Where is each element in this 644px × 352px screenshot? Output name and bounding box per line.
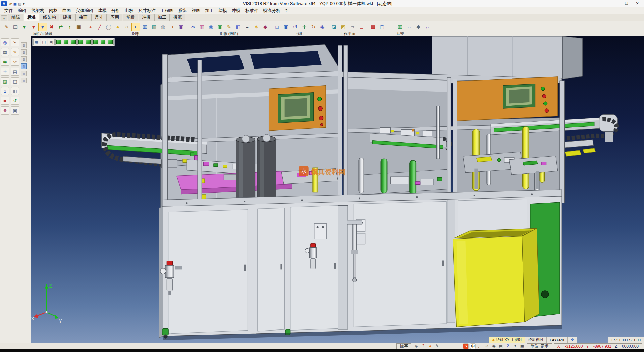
iso-view-cube-4[interactable] [77,39,84,45]
move-icon[interactable]: ✛ [1,68,9,76]
os-taskbar[interactable] [0,349,644,352]
attr-copy-icon[interactable]: ▣ [74,23,83,31]
ime-emoji-icon[interactable]: ☺ [484,343,490,349]
cut-icon[interactable]: ✂ [11,38,19,46]
hidden-line-icon[interactable]: ▣ [48,39,55,45]
machine-3d-model[interactable]: 水 模具资料网 Z X Y [31,36,644,343]
swap-filter-icon[interactable]: ⇄ [56,23,65,31]
display-icon[interactable]: ▢ [378,23,386,31]
wireframe-mode-icon[interactable]: ▢ [41,39,47,45]
tab-dimension[interactable]: 尺寸 [91,14,107,21]
iso-view-cube-2[interactable] [63,39,69,45]
film-icon[interactable]: ▥ [198,23,206,31]
close-button[interactable]: ✕ [632,0,643,7]
bulb-on-icon[interactable]: ● [113,23,122,31]
sheet-icon[interactable]: ▤ [11,68,19,76]
pen-icon[interactable]: ✎ [434,343,440,349]
measure-icon[interactable]: ≍ [1,97,9,105]
help-icon[interactable]: ? [420,343,426,349]
sphere-icon[interactable]: ◍ [159,23,167,31]
iso-view-cube-8[interactable] [107,39,114,45]
iso-view-cube-3[interactable] [70,39,77,45]
menu-item[interactable]: 分析 [109,7,122,14]
filter-edit-icon[interactable]: ▼ [38,23,47,31]
menu-item[interactable]: 电极 [122,7,136,14]
print-attr-icon[interactable]: ▤ [11,23,20,31]
menu-item[interactable]: 建模 [96,7,109,14]
measure-sys-icon[interactable]: ↔ [423,23,432,31]
menu-item[interactable]: 曲面 [60,7,73,14]
filter-remove-icon[interactable]: ▼ [29,23,38,31]
stereo-icon[interactable]: ∞ [189,23,197,31]
menu-item[interactable]: 冲模 [229,7,243,14]
zoom-window-icon[interactable]: □ [273,23,281,31]
zoom-previous-icon[interactable]: ↺ [291,23,300,31]
menu-item[interactable]: 系统 [176,7,189,14]
ime-keyboard-icon[interactable]: ▤ [498,343,504,349]
export-icon[interactable]: ▣ [11,106,19,115]
tab-dropdown-button[interactable]: ▾ [1,15,7,21]
workplane-edit-icon[interactable]: ◩ [339,23,347,31]
point-icon[interactable]: + [86,23,95,31]
qat-save-icon[interactable]: ▣ [13,1,16,6]
menu-item[interactable]: 塑模 [216,7,229,14]
swap-icon[interactable]: ⇆ [1,58,9,66]
note-icon[interactable]: ✑ [11,58,19,66]
tab-edit[interactable]: 编辑 [8,14,23,21]
menu-item[interactable]: 线架构 [29,7,47,14]
iso-view-cube-6[interactable] [92,39,99,45]
bulb-off-icon[interactable]: ○ [122,23,131,31]
shadow-icon[interactable]: ◒ [243,23,252,31]
tab-application[interactable]: 应用 [107,14,122,21]
menu-item[interactable]: 编辑 [15,7,29,14]
doc-mini-3[interactable]: ▯ [21,56,27,62]
photo-icon[interactable]: ▣ [216,23,224,31]
workplane-new-icon[interactable]: ◪ [330,23,338,31]
camera-icon[interactable]: ◉ [207,23,215,31]
attribute-icon[interactable]: ✎ [2,23,11,31]
tab-moldflow[interactable]: 模流 [170,14,185,21]
rotate-view-icon[interactable]: ↻ [309,23,318,31]
light-icon[interactable]: ✶ [252,23,261,31]
circle-icon[interactable]: ◯ [104,23,113,31]
menu-item[interactable]: 标准件 [243,7,261,14]
tab-modeling[interactable]: 建模 [60,14,75,21]
workplane-align-icon[interactable]: ▱ [348,23,357,31]
layer-color-button[interactable]: ❖ [567,337,577,343]
shading-icon[interactable]: ◐ [131,23,140,31]
filter-add-icon[interactable]: ▼ [20,23,29,31]
line-icon[interactable]: ╱ [95,23,104,31]
minimize-button[interactable]: ─ [610,0,621,7]
view-selector[interactable]: ◆ 绝对 XY 主视图 [489,337,525,343]
layer-up-icon[interactable]: ↑ [65,23,74,31]
doc-mini-2[interactable]: ▯ [21,49,27,55]
qat-print-icon[interactable]: ▤ [18,1,21,6]
menu-item[interactable]: 尺寸标注 [136,7,158,14]
menu-item[interactable]: 实体编辑 [73,7,96,14]
shade-mode-icon[interactable]: ▦ [33,39,40,45]
ime-mic-icon[interactable]: ◉ [491,343,497,349]
absolute-view-button[interactable]: 绝对视图 [525,337,546,343]
tab-surface[interactable]: 曲面 [75,14,91,21]
menu-item[interactable]: 文件 [2,7,15,14]
block-icon[interactable]: ◫ [11,77,19,85]
sketch-icon[interactable]: ✎ [11,48,19,56]
workplane-delete-icon[interactable]: ∟ [357,23,366,31]
layer-selector[interactable]: LAYER0 [546,337,567,343]
menu-item[interactable]: 网格 [47,7,60,14]
maximize-button[interactable]: ❐ [621,0,632,7]
zoom-select-icon[interactable]: ◎ [1,38,9,46]
ime-num-icon[interactable]: 2 [505,343,511,349]
doc-mini-5[interactable]: ▯ [21,71,27,76]
doc-mini-1[interactable]: ▯ [21,42,27,48]
dynamic-view-icon[interactable]: ◉ [318,23,327,31]
solid-icon[interactable]: ◧ [11,87,19,95]
section-icon[interactable]: ◑ [168,23,176,31]
tab-plastic[interactable]: 塑膜 [123,14,138,21]
sketch-render-icon[interactable]: ✎ [225,23,233,31]
clip-icon[interactable]: ◈ [413,343,419,349]
snap-icon[interactable]: ∷ [405,23,414,31]
sogou-icon[interactable]: S [463,343,469,349]
filter-clear-icon[interactable]: ✖ [47,23,56,31]
wireframe-box-icon[interactable]: ▦ [141,23,149,31]
